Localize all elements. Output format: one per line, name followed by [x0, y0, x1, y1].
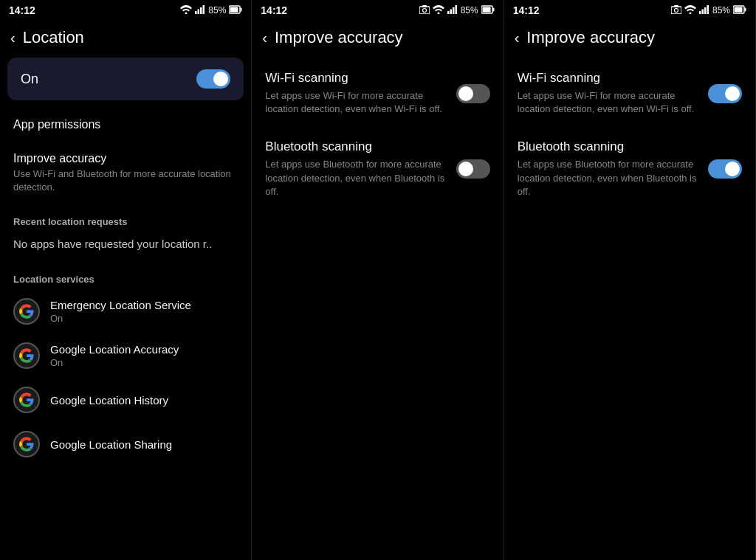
- svg-rect-7: [241, 7, 242, 11]
- google-sharing-name: Google Location Sharing: [50, 438, 172, 451]
- location-toggle[interactable]: [196, 69, 230, 89]
- svg-point-20: [674, 9, 678, 13]
- back-button-1[interactable]: ‹: [10, 30, 16, 46]
- signal-icon-3: [699, 5, 709, 16]
- svg-rect-1: [195, 11, 197, 14]
- battery-icon-3: [733, 5, 746, 16]
- status-bar-3: 14:12: [504, 0, 755, 21]
- bluetooth-scanning-item-on[interactable]: Bluetooth scanning Let apps use Bluetoot…: [504, 128, 755, 210]
- bluetooth-scanning-toggle-on[interactable]: [708, 159, 742, 179]
- google-history-text: Google Location History: [50, 394, 168, 407]
- wifi-scanning-desc-on: Let apps use Wi-Fi for more accurate loc…: [518, 89, 701, 116]
- wifi-scanning-toggle-on[interactable]: [708, 84, 742, 103]
- google-history-name: Google Location History: [50, 394, 168, 407]
- google-accuracy-name: Google Location Accuracy: [50, 343, 179, 356]
- location-header: ‹ Location: [0, 21, 251, 55]
- improve-accuracy-header-on: ‹ Improve accuracy: [504, 21, 755, 55]
- page-title-2: Improve accuracy: [275, 28, 403, 47]
- location-toggle-row[interactable]: On: [7, 58, 244, 100]
- battery-icon-2: [481, 5, 495, 16]
- google-accuracy-text: Google Location Accuracy On: [50, 343, 179, 368]
- svg-rect-15: [455, 5, 457, 14]
- bluetooth-scanning-text-off: Bluetooth scanning Let apps use Bluetoot…: [265, 139, 448, 198]
- wifi-scanning-desc-off: Let apps use Wi-Fi for more accurate loc…: [265, 89, 448, 116]
- signal-icon-1: [195, 5, 205, 15]
- page-title-3: Improve accuracy: [526, 28, 655, 47]
- wifi-scanning-toggle-off[interactable]: [456, 84, 490, 103]
- status-icons-1: 85%: [180, 5, 242, 16]
- improve-accuracy-header-off: ‹ Improve accuracy: [252, 21, 503, 55]
- time-3: 14:12: [513, 4, 540, 16]
- svg-point-22: [689, 12, 691, 14]
- google-location-history-item[interactable]: Google Location History: [0, 378, 251, 422]
- time-1: 14:12: [9, 4, 35, 16]
- wifi-scanning-item-on[interactable]: Wi-Fi scanning Let apps use Wi-Fi for mo…: [504, 59, 755, 128]
- app-permissions-title: App permissions: [13, 118, 238, 131]
- wifi-scanning-text-on: Wi-Fi scanning Let apps use Wi-Fi for mo…: [518, 71, 701, 116]
- page-title-1: Location: [23, 28, 84, 47]
- emergency-service-name: Emergency Location Service: [50, 299, 191, 311]
- wifi-scanning-item-off[interactable]: Wi-Fi scanning Let apps use Wi-Fi for mo…: [252, 59, 503, 128]
- svg-rect-25: [704, 7, 707, 14]
- wifi-scanning-title-off: Wi-Fi scanning: [265, 71, 448, 86]
- toggle-label-1: On: [21, 72, 38, 87]
- status-icons-2: 85%: [419, 5, 495, 16]
- wifi-icon-2: [433, 5, 444, 15]
- wifi-scanning-title-on: Wi-Fi scanning: [518, 71, 701, 86]
- svg-rect-28: [734, 7, 742, 12]
- app-permissions-item[interactable]: App permissions: [0, 108, 251, 142]
- svg-rect-2: [198, 10, 200, 15]
- svg-rect-24: [701, 9, 704, 14]
- emergency-google-icon: [13, 298, 40, 325]
- svg-rect-13: [450, 9, 452, 14]
- google-accuracy-status: On: [50, 357, 179, 368]
- wifi-scanning-text-off: Wi-Fi scanning Let apps use Wi-Fi for mo…: [265, 71, 448, 116]
- location-services-header: Location services: [0, 262, 251, 289]
- svg-rect-19: [671, 7, 681, 14]
- svg-rect-10: [422, 5, 427, 7]
- svg-rect-12: [447, 11, 450, 14]
- svg-rect-29: [744, 7, 746, 11]
- svg-point-0: [185, 13, 188, 15]
- time-2: 14:12: [261, 4, 287, 16]
- bluetooth-scanning-toggle-off[interactable]: [456, 159, 490, 179]
- google-location-accuracy-item[interactable]: Google Location Accuracy On: [0, 333, 251, 378]
- battery-text-3: 85%: [712, 5, 730, 15]
- bluetooth-scanning-item-off[interactable]: Bluetooth scanning Let apps use Bluetoot…: [252, 128, 503, 210]
- bluetooth-scanning-title-off: Bluetooth scanning: [265, 139, 448, 154]
- improve-accuracy-content-on: Wi-Fi scanning Let apps use Wi-Fi for mo…: [504, 55, 755, 560]
- status-bar-2: 14:12: [252, 0, 503, 21]
- google-sharing-text: Google Location Sharing: [50, 438, 172, 451]
- svg-point-11: [437, 13, 439, 15]
- google-location-sharing-item[interactable]: Google Location Sharing: [0, 422, 251, 466]
- bluetooth-scanning-text-on: Bluetooth scanning Let apps use Bluetoot…: [518, 139, 701, 198]
- bluetooth-scanning-desc-on: Let apps use Bluetooth for more accurate…: [518, 158, 701, 198]
- svg-rect-26: [707, 5, 709, 14]
- no-apps-message: No apps have requested your location r..: [0, 232, 251, 262]
- emergency-location-item[interactable]: Emergency Location Service On: [0, 289, 251, 333]
- svg-rect-3: [200, 7, 202, 14]
- svg-rect-4: [203, 5, 205, 14]
- accuracy-google-icon: [13, 342, 40, 369]
- recent-requests-header: Recent location requests: [0, 204, 251, 232]
- wifi-icon-1: [180, 5, 192, 15]
- emergency-service-text: Emergency Location Service On: [50, 299, 191, 324]
- emergency-service-status: On: [50, 313, 191, 324]
- status-bar-1: 14:12 85%: [0, 0, 251, 21]
- back-button-2[interactable]: ‹: [262, 30, 267, 46]
- svg-rect-6: [230, 7, 238, 12]
- battery-icon-1: [229, 5, 242, 16]
- photo-icon-3: [671, 5, 681, 15]
- svg-rect-23: [699, 11, 701, 14]
- improve-accuracy-item[interactable]: Improve accuracy Use Wi-Fi and Bluetooth…: [0, 142, 251, 204]
- photo-icon-2: [419, 5, 430, 15]
- improve-accuracy-panel-on: 14:12: [504, 0, 756, 560]
- history-google-icon: [13, 387, 40, 413]
- improve-accuracy-subtitle: Use Wi-Fi and Bluetooth for more accurat…: [13, 167, 238, 194]
- svg-rect-17: [482, 7, 490, 12]
- wifi-icon-3: [684, 5, 696, 16]
- location-content: App permissions Improve accuracy Use Wi-…: [0, 103, 251, 560]
- back-button-3[interactable]: ‹: [515, 30, 520, 46]
- improve-accuracy-content-off: Wi-Fi scanning Let apps use Wi-Fi for mo…: [252, 55, 503, 560]
- status-icons-3: 85%: [671, 5, 746, 16]
